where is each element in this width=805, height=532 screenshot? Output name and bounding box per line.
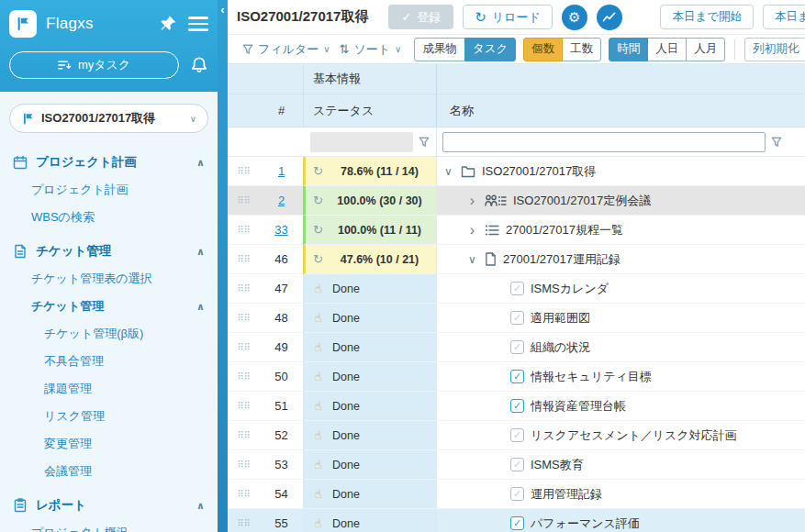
row-checkbox[interactable]: ✓ — [510, 487, 524, 501]
sidebar-item[interactable]: プロジェクト概況 — [0, 519, 218, 532]
drag-handle-icon[interactable]: ⠿⠿ — [228, 392, 260, 421]
table-row[interactable]: ⠿⠿55☝Done✓パフォーマンス評価 — [228, 509, 805, 532]
toggle-group: 個数工数 — [523, 38, 601, 61]
sidebar-item[interactable]: レポート∧ — [0, 490, 218, 519]
reload-button[interactable]: ↻ リロード — [463, 5, 553, 29]
expand-open-icon[interactable]: ∨ — [466, 253, 478, 266]
notification-bell-icon[interactable] — [190, 56, 208, 74]
pin-icon[interactable] — [159, 15, 177, 33]
drag-handle-icon[interactable]: ⠿⠿ — [228, 421, 260, 450]
row-checkbox[interactable]: ✓ — [510, 399, 524, 413]
status-filter-funnel-icon[interactable] — [419, 137, 430, 148]
row-number-link[interactable]: 33 — [260, 216, 303, 245]
row-number-link[interactable]: 2 — [260, 186, 303, 216]
drag-handle-icon[interactable]: ⠿⠿ — [228, 186, 260, 216]
expand-open-icon[interactable]: ∨ — [442, 165, 454, 178]
register-button[interactable]: ✓ 登録 — [388, 5, 453, 29]
row-checkbox[interactable]: ✓ — [510, 282, 524, 295]
table-row[interactable]: ⠿⠿52☝Done✓リスクアセスメント／リスク対応計画 — [228, 421, 805, 450]
sidebar-item[interactable]: 不具合管理 — [0, 348, 218, 375]
group-header-basic-info: 基本情報 — [303, 64, 436, 94]
drag-handle-icon[interactable]: ⠿⠿ — [228, 216, 260, 245]
toggle-button[interactable]: 成果物 — [414, 38, 465, 61]
row-checkbox[interactable]: ✓ — [510, 458, 524, 471]
drag-handle-icon[interactable]: ⠿⠿ — [228, 157, 260, 186]
settings-button[interactable]: ⚙ — [562, 5, 587, 30]
task-table: 基本情報 # ステータス 名称 — [228, 64, 805, 532]
sidebar-item[interactable]: プロジェクト計画 — [0, 176, 218, 204]
app-root: Flagxs myタスク — [0, 0, 805, 532]
column-init-button[interactable]: 列初期化 — [744, 38, 805, 61]
row-checkbox[interactable]: ✓ — [510, 370, 524, 383]
name-column-header[interactable]: 名称 — [436, 94, 805, 127]
drag-handle-icon[interactable]: ⠿⠿ — [228, 274, 260, 304]
sidebar-collapse-strip[interactable]: ‹ — [218, 0, 228, 532]
sidebar-item[interactable]: チケット管理表の選択 — [0, 265, 218, 293]
name-cell: ✓運用管理記録 — [436, 480, 805, 509]
drag-handle-icon[interactable]: ⠿⠿ — [228, 362, 260, 392]
sidebar-item[interactable]: チケット管理∧ — [0, 293, 218, 320]
drag-handle-icon[interactable]: ⠿⠿ — [228, 245, 260, 274]
row-checkbox[interactable]: ✓ — [510, 311, 524, 325]
sidebar-item-label: チケット管理(β版) — [44, 327, 143, 340]
drag-handle-icon[interactable]: ⠿⠿ — [228, 480, 260, 509]
toggle-button[interactable]: 人日 — [647, 38, 687, 61]
table-row[interactable]: ⠿⠿48☝Done✓適用範囲図 — [228, 304, 805, 333]
table-row[interactable]: ⠿⠿51☝Done✓情報資産管理台帳 — [228, 392, 805, 421]
row-name: ISMS教育 — [531, 457, 584, 473]
sidebar-item-label: チケット管理 — [36, 243, 111, 260]
table-row[interactable]: ⠿⠿47☝Done✓ISMSカレンダ — [228, 274, 805, 304]
drag-handle-icon[interactable]: ⠿⠿ — [228, 450, 260, 480]
toggle-button[interactable]: 工数 — [562, 38, 601, 61]
drag-handle-icon[interactable]: ⠿⠿ — [228, 333, 260, 362]
name-filter-input[interactable] — [442, 132, 766, 152]
sort-button[interactable]: ⇅ ソート ∨ — [340, 41, 402, 58]
toggle-button[interactable]: 個数 — [523, 38, 563, 61]
hamburger-menu-icon[interactable] — [188, 17, 208, 31]
end-today-button[interactable]: 本日ま — [763, 5, 805, 29]
sidebar-item[interactable]: 変更管理 — [0, 430, 218, 458]
drag-handle-icon[interactable]: ⠿⠿ — [228, 509, 260, 532]
project-selector-label: ISO27001/27017取得 — [41, 110, 184, 127]
status-cell: ↻100.0% (11 / 11) — [303, 216, 436, 245]
status-filter-input[interactable] — [310, 132, 413, 152]
status-column-header[interactable]: ステータス — [303, 94, 436, 127]
toggle-button[interactable]: 人月 — [686, 38, 725, 61]
table-row[interactable]: ⠿⠿46↻47.6% (10 / 21)∨27001/27017運用記録 — [228, 245, 805, 274]
row-checkbox[interactable]: ✓ — [510, 428, 524, 442]
my-task-button[interactable]: myタスク — [9, 51, 179, 79]
folder-icon — [461, 165, 475, 178]
table-row[interactable]: ⠿⠿33↻100.0% (11 / 11)›27001/27017規程一覧 — [228, 216, 805, 245]
row-checkbox[interactable]: ✓ — [510, 516, 524, 530]
filter-button[interactable]: フィルター ∨ — [237, 41, 330, 58]
name-filter-funnel-icon[interactable] — [771, 137, 782, 148]
row-number-link[interactable]: 1 — [260, 157, 303, 186]
sidebar-item[interactable]: チケット管理∧ — [0, 236, 218, 265]
sidebar-item[interactable]: リスク管理 — [0, 403, 218, 430]
table-row[interactable]: ⠿⠿50☝Done✓情報セキュリティ目標 — [228, 362, 805, 392]
task-list-icon — [58, 60, 72, 71]
sidebar-item[interactable]: WBSの検索 — [0, 204, 218, 231]
toggle-button[interactable]: タスク — [464, 38, 516, 61]
row-number: 53 — [260, 450, 303, 480]
table-row[interactable]: ⠿⠿2↻100.0% (30 / 30)›ISO27001/27017定例会議 — [228, 186, 805, 216]
table-row[interactable]: ⠿⠿49☝Done✓組織の状況 — [228, 333, 805, 362]
start-today-button[interactable]: 本日まで開始 — [660, 5, 754, 29]
chart-button[interactable] — [597, 5, 622, 30]
table-row[interactable]: ⠿⠿54☝Done✓運用管理記録 — [228, 480, 805, 509]
sidebar-item[interactable]: チケット管理(β版) — [0, 320, 218, 348]
number-column-header[interactable]: # — [260, 104, 303, 117]
sidebar-item[interactable]: 課題管理 — [0, 375, 218, 403]
expand-closed-icon[interactable]: › — [466, 223, 478, 238]
row-checkbox[interactable]: ✓ — [510, 340, 524, 354]
expand-closed-icon[interactable]: › — [466, 194, 478, 208]
sort-arrows-icon: ⇅ — [340, 42, 350, 56]
toggle-button[interactable]: 時間 — [609, 38, 648, 61]
table-row[interactable]: ⠿⠿1↻78.6% (11 / 14)∨ISO27001/27017取得 — [228, 157, 805, 186]
filter-label: フィルター — [258, 41, 319, 58]
sidebar-item[interactable]: 会議管理 — [0, 458, 218, 485]
sidebar-item[interactable]: プロジェクト計画∧ — [0, 147, 218, 176]
project-selector[interactable]: ISO27001/27017取得 ∨ — [9, 104, 208, 133]
drag-handle-icon[interactable]: ⠿⠿ — [228, 304, 260, 333]
table-row[interactable]: ⠿⠿53☝Done✓ISMS教育 — [228, 450, 805, 480]
